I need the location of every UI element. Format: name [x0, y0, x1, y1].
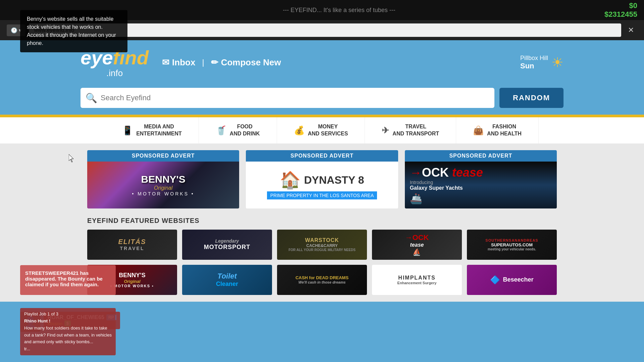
money-icon: 💰 [294, 125, 305, 136]
sponsored-docktease[interactable]: SPONSORED ADVERT →OCK tease Introducing … [405, 150, 557, 208]
dynasty-tagline: PRIME PROPERTY IN THE LOS SANTOS AREA [267, 191, 377, 199]
dynasty-name: DYNASTY 8 [304, 174, 364, 186]
header-nav: Inbox | Compose New [162, 57, 507, 68]
featured-elitas[interactable]: ELITÁS TRAVEL [87, 230, 177, 260]
bennys-title: BENNY'S [141, 174, 185, 185]
docktease-text: →OCK tease ⛵ [402, 230, 432, 259]
compose-link[interactable]: Compose New [211, 57, 281, 68]
search-icon: 🔍 [86, 93, 97, 104]
toilet-text: Toilet Cleaner [213, 268, 241, 291]
money-line1: MONEY [308, 123, 348, 130]
notification-panel: STREETSWEEPER421 has disappeared. The Bo… [20, 265, 116, 295]
featured-grid: ELITÁS TRAVEL Legendary MOTORSPORT WARST… [87, 230, 557, 295]
weather-day: Sun [520, 62, 548, 70]
dock-logo: →OCK tease [410, 166, 483, 180]
nav-divider: | [202, 58, 204, 67]
featured-cash[interactable]: CASH for DEAD DREAMS We'll cash in those… [277, 265, 367, 295]
featured-title: EYEFIND FEATURED WEBSITES [87, 217, 557, 225]
food-line2: AND DRINK [230, 130, 260, 137]
search-container: 🔍 [80, 88, 494, 108]
bank-amount: $2312455 [604, 10, 637, 19]
southern-text: SOUTHERNSANANDREAS SUPERAUTOS.COM meetin… [482, 235, 541, 254]
dynasty-house-icon: 🏠 [280, 170, 301, 190]
yellow-bar [0, 115, 644, 117]
weather-location: Pillbox Hill [520, 55, 548, 62]
mission-title: Rhino Hunt ! [24, 318, 112, 325]
tooltip-text: Benny's website sells all the suitable s… [27, 16, 116, 46]
category-food[interactable]: 🥤 FOOD AND DRINK [199, 117, 277, 143]
dock-product: Galaxy Super Yachts [410, 185, 463, 191]
search-section: 🔍 RANDOM [0, 84, 644, 115]
featured-toilet[interactable]: Toilet Cleaner [182, 265, 272, 295]
inbox-link[interactable]: Inbox [162, 57, 195, 68]
category-media[interactable]: 📱 MEDIA AND ENTERTAINMENT [105, 117, 199, 143]
fashion-icon: 👜 [473, 125, 484, 136]
featured-legendary[interactable]: Legendary MOTORSPORT [182, 230, 272, 260]
featured-beseecher[interactable]: 🔷 Beseecher [467, 265, 557, 295]
media-icon: 📱 [122, 125, 133, 136]
random-button[interactable]: RANDOM [499, 88, 564, 108]
legendary-text: Legendary MOTORSPORT [201, 235, 254, 254]
dock-intro: Introducing [410, 180, 433, 185]
warstock-text: WARSTOCK CACHE&CARRY FOR ALL YOUR ROGUE … [285, 234, 359, 255]
wallet-amount: $0 [629, 1, 637, 10]
mission-playlist: Playlist Job 1 of 3 [24, 311, 112, 318]
food-icon: 🥤 [216, 125, 226, 136]
category-travel[interactable]: ✈ TRAVEL AND TRANSPORT [365, 117, 456, 143]
search-input[interactable] [101, 94, 489, 102]
sponsored-row: SPONSORED ADVERT BENNY'S Original • MOTO… [87, 150, 557, 208]
dynasty8-ad-image: 🏠 DYNASTY 8 PRIME PROPERTY IN THE LOS SA… [246, 162, 398, 208]
sponsored-dynasty8[interactable]: SPONSORED ADVERT 🏠 DYNASTY 8 PRIME PROPE… [246, 150, 398, 208]
featured-docktease[interactable]: →OCK tease ⛵ [372, 230, 462, 260]
bennys-subtitle: Original [154, 185, 172, 191]
himplants-text: HIMPLANTS Enhancement Surgery [397, 275, 437, 285]
sponsored-label-3: SPONSORED ADVERT [405, 150, 557, 162]
pencil-icon [211, 57, 218, 68]
media-line2: ENTERTAINMENT [136, 130, 182, 137]
tooltip: Benny's website sells all the suitable s… [20, 10, 127, 52]
cash-text: CASH for DEAD DREAMS We'll cash in those… [292, 272, 352, 288]
mail-icon [162, 57, 169, 68]
sponsored-label-2: SPONSORED ADVERT [246, 150, 398, 162]
fashion-line2: AND HEALTH [487, 130, 522, 137]
bennys-sub2: • MOTOR WORKS • [132, 191, 195, 196]
money-line2: AND SERVICES [308, 130, 348, 137]
travel-line2: AND TRANSPORT [392, 130, 439, 137]
sun-icon: ☀ [551, 55, 564, 70]
weather-section: Pillbox Hill Sun ☀ [520, 55, 564, 70]
compose-label: Compose New [221, 57, 281, 68]
elitas-text: ELITÁS TRAVEL [115, 235, 149, 254]
mission-question: How many foot soldiers does it take to t… [24, 325, 112, 346]
mission-details: Playlist Job 1 of 3 Rhino Hunt ! How man… [20, 308, 116, 355]
notification-text: STREETSWEEPER421 has disappeared. The Bo… [25, 270, 111, 287]
top-bar-title: --- EYEFIND... It's like a series of tub… [74, 7, 604, 14]
category-nav: 📱 MEDIA AND ENTERTAINMENT 🥤 FOOD AND DRI… [0, 117, 644, 143]
featured-himplants[interactable]: HIMPLANTS Enhancement Surgery [372, 265, 462, 295]
travel-icon: ✈ [382, 125, 389, 136]
money-display: $0 $2312455 [604, 1, 637, 19]
sponsored-label-1: SPONSORED ADVERT [87, 150, 239, 162]
sponsored-bennys[interactable]: SPONSORED ADVERT BENNY'S Original • MOTO… [87, 150, 239, 208]
food-line1: FOOD [230, 123, 260, 130]
media-line1: MEDIA AND [136, 123, 182, 130]
inbox-label: Inbox [172, 57, 195, 68]
close-button[interactable]: ✕ [625, 24, 637, 36]
featured-warstock[interactable]: WARSTOCK CACHE&CARRY FOR ALL YOUR ROGUE … [277, 230, 367, 260]
travel-line1: TRAVEL [392, 123, 439, 130]
category-fashion[interactable]: 👜 FASHION AND HEALTH [456, 117, 539, 143]
yacht-emoji: 🚢 [410, 193, 422, 204]
docktease-ad-image: →OCK tease Introducing Galaxy Super Yach… [405, 162, 557, 208]
featured-southern[interactable]: SOUTHERNSANANDREAS SUPERAUTOS.COM meetin… [467, 230, 557, 260]
logo-info: .info [80, 68, 149, 78]
fashion-line1: FASHION [487, 123, 522, 130]
category-money[interactable]: 💰 MONEY AND SERVICES [277, 117, 365, 143]
mission-truncated: tr... [24, 346, 112, 353]
bennys-ad-image: BENNY'S Original • MOTOR WORKS • [87, 162, 239, 208]
beseecher-text: 🔷 Beseecher [487, 272, 537, 288]
